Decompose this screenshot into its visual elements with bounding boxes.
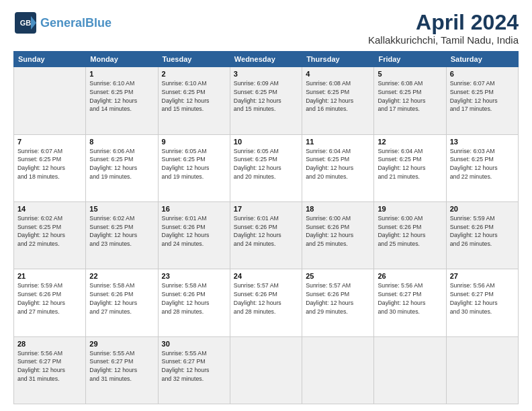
- weekday-header-saturday: Saturday: [446, 52, 518, 67]
- day-number: 8: [89, 138, 154, 146]
- week-row-5: 28Sunrise: 5:56 AM Sunset: 6:27 PM Dayli…: [14, 336, 519, 404]
- weekday-header-wednesday: Wednesday: [230, 52, 302, 67]
- day-info: Sunrise: 6:06 AM Sunset: 6:25 PM Dayligh…: [89, 147, 154, 181]
- day-number: 17: [234, 205, 298, 213]
- calendar-cell: 29Sunrise: 5:55 AM Sunset: 6:27 PM Dayli…: [86, 336, 158, 404]
- day-number: 30: [162, 340, 226, 348]
- day-info: Sunrise: 6:07 AM Sunset: 6:25 PM Dayligh…: [17, 147, 82, 181]
- calendar-body: 1Sunrise: 6:10 AM Sunset: 6:25 PM Daylig…: [14, 67, 519, 404]
- calendar-cell: 13Sunrise: 6:03 AM Sunset: 6:25 PM Dayli…: [446, 134, 518, 201]
- day-info: Sunrise: 6:02 AM Sunset: 6:25 PM Dayligh…: [17, 214, 82, 248]
- logo-icon: GB: [13, 11, 38, 35]
- weekday-header-sunday: Sunday: [14, 52, 86, 67]
- day-info: Sunrise: 5:57 AM Sunset: 6:26 PM Dayligh…: [306, 281, 370, 316]
- calendar-cell: [14, 67, 86, 134]
- calendar-cell: [230, 336, 302, 404]
- day-number: 9: [162, 138, 226, 146]
- day-number: 19: [378, 205, 442, 213]
- calendar-cell: 26Sunrise: 5:56 AM Sunset: 6:27 PM Dayli…: [374, 269, 446, 336]
- calendar-cell: 30Sunrise: 5:55 AM Sunset: 6:27 PM Dayli…: [158, 336, 230, 404]
- day-number: 27: [450, 272, 515, 280]
- calendar-cell: 25Sunrise: 5:57 AM Sunset: 6:26 PM Dayli…: [302, 269, 374, 336]
- day-number: 12: [378, 138, 442, 146]
- day-number: 5: [378, 70, 442, 78]
- day-info: Sunrise: 6:00 AM Sunset: 6:26 PM Dayligh…: [306, 214, 370, 248]
- day-info: Sunrise: 6:10 AM Sunset: 6:25 PM Dayligh…: [162, 79, 226, 113]
- day-number: 29: [89, 340, 154, 348]
- day-number: 18: [306, 205, 370, 213]
- calendar-cell: 27Sunrise: 5:56 AM Sunset: 6:27 PM Dayli…: [446, 269, 518, 336]
- calendar-cell: 28Sunrise: 5:56 AM Sunset: 6:27 PM Dayli…: [14, 336, 86, 404]
- calendar-cell: 11Sunrise: 6:04 AM Sunset: 6:25 PM Dayli…: [302, 134, 374, 201]
- day-info: Sunrise: 6:08 AM Sunset: 6:25 PM Dayligh…: [306, 79, 370, 113]
- day-number: 25: [306, 272, 370, 280]
- day-info: Sunrise: 6:09 AM Sunset: 6:25 PM Dayligh…: [234, 79, 298, 113]
- calendar-cell: 21Sunrise: 5:59 AM Sunset: 6:26 PM Dayli…: [14, 269, 86, 336]
- day-info: Sunrise: 5:56 AM Sunset: 6:27 PM Dayligh…: [450, 281, 515, 316]
- header: GB GeneralBlue April 2024 Kallakkurichch…: [13, 11, 519, 46]
- calendar-cell: 22Sunrise: 5:58 AM Sunset: 6:26 PM Dayli…: [86, 269, 158, 336]
- day-info: Sunrise: 6:05 AM Sunset: 6:25 PM Dayligh…: [162, 147, 226, 181]
- calendar-cell: [302, 336, 374, 404]
- day-number: 3: [234, 70, 298, 78]
- weekday-row: SundayMondayTuesdayWednesdayThursdayFrid…: [14, 52, 519, 67]
- day-number: 7: [17, 138, 82, 146]
- calendar-cell: 14Sunrise: 6:02 AM Sunset: 6:25 PM Dayli…: [14, 201, 86, 269]
- day-info: Sunrise: 6:00 AM Sunset: 6:26 PM Dayligh…: [378, 214, 442, 248]
- calendar-cell: 6Sunrise: 6:07 AM Sunset: 6:25 PM Daylig…: [446, 67, 518, 134]
- day-number: 21: [17, 272, 82, 280]
- calendar-table: SundayMondayTuesdayWednesdayThursdayFrid…: [13, 51, 519, 404]
- logo-name: GeneralBlue: [40, 17, 112, 29]
- day-info: Sunrise: 5:57 AM Sunset: 6:26 PM Dayligh…: [234, 281, 298, 316]
- calendar-cell: 3Sunrise: 6:09 AM Sunset: 6:25 PM Daylig…: [230, 67, 302, 134]
- logo-blue: Blue: [85, 16, 112, 30]
- page: GB GeneralBlue April 2024 Kallakkurichch…: [0, 0, 532, 411]
- calendar-cell: 23Sunrise: 5:58 AM Sunset: 6:26 PM Dayli…: [158, 269, 230, 336]
- day-number: 14: [17, 205, 82, 213]
- day-number: 4: [306, 70, 370, 78]
- day-info: Sunrise: 6:01 AM Sunset: 6:26 PM Dayligh…: [234, 214, 298, 248]
- title-block: April 2024 Kallakkurichchi, Tamil Nadu, …: [368, 11, 519, 46]
- day-number: 6: [450, 70, 515, 78]
- day-info: Sunrise: 6:05 AM Sunset: 6:25 PM Dayligh…: [234, 147, 298, 181]
- day-number: 26: [378, 272, 442, 280]
- subtitle: Kallakkurichchi, Tamil Nadu, India: [368, 34, 519, 46]
- calendar-cell: 24Sunrise: 5:57 AM Sunset: 6:26 PM Dayli…: [230, 269, 302, 336]
- day-info: Sunrise: 5:56 AM Sunset: 6:27 PM Dayligh…: [378, 281, 442, 316]
- weekday-header-friday: Friday: [374, 52, 446, 67]
- day-info: Sunrise: 5:56 AM Sunset: 6:27 PM Dayligh…: [17, 349, 82, 383]
- calendar-cell: [374, 336, 446, 404]
- weekday-header-thursday: Thursday: [302, 52, 374, 67]
- day-number: 22: [89, 272, 154, 280]
- day-number: 16: [162, 205, 226, 213]
- day-info: Sunrise: 6:04 AM Sunset: 6:25 PM Dayligh…: [378, 147, 442, 181]
- calendar-cell: 8Sunrise: 6:06 AM Sunset: 6:25 PM Daylig…: [86, 134, 158, 201]
- day-info: Sunrise: 6:10 AM Sunset: 6:25 PM Dayligh…: [89, 79, 154, 113]
- day-info: Sunrise: 5:55 AM Sunset: 6:27 PM Dayligh…: [162, 349, 226, 383]
- calendar-cell: 19Sunrise: 6:00 AM Sunset: 6:26 PM Dayli…: [374, 201, 446, 269]
- day-info: Sunrise: 6:07 AM Sunset: 6:25 PM Dayligh…: [450, 79, 515, 113]
- day-number: 11: [306, 138, 370, 146]
- weekday-header-monday: Monday: [86, 52, 158, 67]
- weekday-header-tuesday: Tuesday: [158, 52, 230, 67]
- day-number: 23: [162, 272, 226, 280]
- logo: GB GeneralBlue: [13, 11, 112, 35]
- day-info: Sunrise: 5:55 AM Sunset: 6:27 PM Dayligh…: [89, 349, 154, 383]
- calendar-cell: 16Sunrise: 6:01 AM Sunset: 6:26 PM Dayli…: [158, 201, 230, 269]
- day-info: Sunrise: 6:03 AM Sunset: 6:25 PM Dayligh…: [450, 147, 515, 181]
- day-info: Sunrise: 5:58 AM Sunset: 6:26 PM Dayligh…: [162, 281, 226, 316]
- day-info: Sunrise: 5:58 AM Sunset: 6:26 PM Dayligh…: [89, 281, 154, 316]
- week-row-2: 7Sunrise: 6:07 AM Sunset: 6:25 PM Daylig…: [14, 134, 519, 201]
- calendar-cell: 1Sunrise: 6:10 AM Sunset: 6:25 PM Daylig…: [86, 67, 158, 134]
- day-info: Sunrise: 6:04 AM Sunset: 6:25 PM Dayligh…: [306, 147, 370, 181]
- day-number: 20: [450, 205, 515, 213]
- week-row-4: 21Sunrise: 5:59 AM Sunset: 6:26 PM Dayli…: [14, 269, 519, 336]
- logo-text-block: GeneralBlue: [40, 17, 112, 29]
- day-info: Sunrise: 5:59 AM Sunset: 6:26 PM Dayligh…: [450, 214, 515, 248]
- day-number: 10: [234, 138, 298, 146]
- calendar-cell: 20Sunrise: 5:59 AM Sunset: 6:26 PM Dayli…: [446, 201, 518, 269]
- day-info: Sunrise: 6:02 AM Sunset: 6:25 PM Dayligh…: [89, 214, 154, 248]
- day-info: Sunrise: 6:01 AM Sunset: 6:26 PM Dayligh…: [162, 214, 226, 248]
- calendar-cell: 4Sunrise: 6:08 AM Sunset: 6:25 PM Daylig…: [302, 67, 374, 134]
- logo-general: General: [40, 16, 85, 30]
